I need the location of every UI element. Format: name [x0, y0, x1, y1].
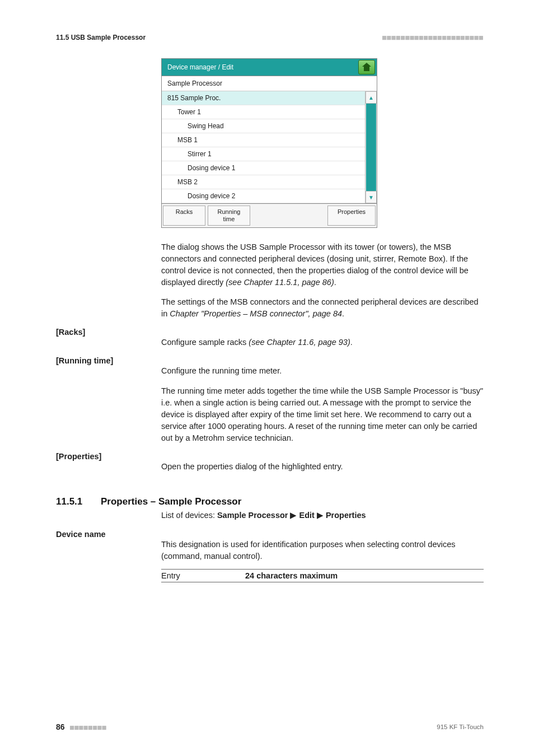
device-name-label: Device name: [56, 530, 161, 539]
device-tree-row[interactable]: Dosing device 2: [162, 189, 366, 203]
screenshot-subhead: Sample Processor: [162, 76, 377, 91]
properties-button[interactable]: Properties: [327, 206, 376, 226]
device-tree-row[interactable]: 815 Sample Proc.: [162, 91, 366, 105]
device-tree-row[interactable]: Dosing device 1: [162, 161, 366, 175]
device-tree-row[interactable]: Swing Head: [162, 119, 366, 133]
running-time-intro: Configure the running time meter.: [161, 365, 484, 377]
properties-body: Open the properties dialog of the highli…: [161, 461, 484, 473]
racks-label: [Racks]: [56, 328, 161, 337]
running-time-label: [Running time]: [56, 356, 161, 365]
running-time-button-l1: Running: [218, 208, 241, 215]
entry-value: 24 characters maximum: [245, 571, 338, 580]
racks-button[interactable]: Racks: [163, 206, 205, 226]
running-header-section: 11.5 USB Sample Processor: [56, 34, 146, 41]
device-tree-row[interactable]: Tower 1: [162, 105, 366, 119]
scroll-down-icon[interactable]: ▼: [366, 191, 377, 203]
properties-label: [Properties]: [56, 452, 161, 461]
intro-paragraph-2: The settings of the MSB connectors and t…: [161, 296, 484, 320]
entry-key: Entry: [161, 571, 245, 580]
device-tree-row[interactable]: MSB 2: [162, 175, 366, 189]
scroll-thumb[interactable]: [366, 104, 376, 191]
device-tree: 815 Sample Proc.Tower 1Swing HeadMSB 1St…: [162, 91, 377, 203]
device-tree-row[interactable]: Stirrer 1: [162, 147, 366, 161]
product-name: 915 KF Ti-Touch: [437, 724, 484, 730]
page-number: 86: [56, 722, 65, 731]
section-number: 11.5.1: [56, 496, 101, 507]
scrollbar[interactable]: ▲ ▼: [365, 91, 377, 203]
running-time-button-l2: time: [223, 216, 235, 222]
entry-spec-row: Entry 24 characters maximum: [161, 569, 484, 582]
running-time-body: The running time meter adds together the…: [161, 385, 484, 444]
scroll-up-icon[interactable]: ▲: [366, 91, 377, 104]
racks-body: Configure sample racks (see Chapter 11.6…: [161, 337, 484, 348]
screenshot-title: Device manager / Edit: [167, 63, 233, 71]
running-time-button[interactable]: Running time: [208, 206, 250, 226]
navigation-path: List of devices: Sample Processor▶Edit▶P…: [161, 511, 484, 520]
device-name-body: This designation is used for identificat…: [161, 539, 484, 562]
footer-ornament: ■■■■■■■■: [70, 724, 107, 731]
device-manager-screenshot: Device manager / Edit Sample Processor 8…: [161, 58, 377, 228]
section-title: Properties – Sample Processor: [101, 496, 241, 507]
intro-paragraph-1: The dialog shows the USB Sample Processo…: [161, 241, 484, 288]
device-tree-row[interactable]: MSB 1: [162, 133, 366, 147]
header-ornament: ■■■■■■■■■■■■■■■■■■■■■■: [382, 34, 484, 41]
home-icon[interactable]: [358, 60, 375, 74]
